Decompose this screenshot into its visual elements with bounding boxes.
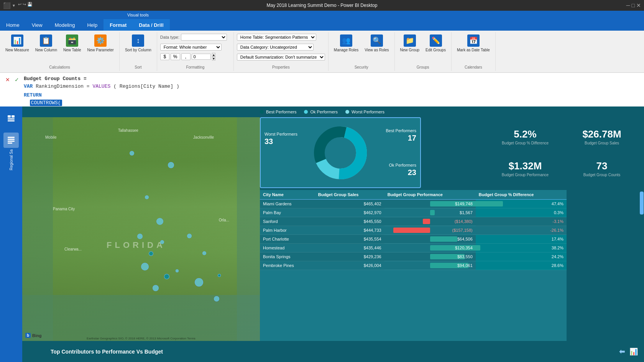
currency-percent[interactable]: % <box>171 53 180 60</box>
summarization-select[interactable]: Default Summarization: Don't summarize <box>237 54 325 61</box>
bottom-bar: Top Contributors to Performance Vs Budge… <box>44 341 644 362</box>
sidebar-regional-label: Regional Sa <box>9 149 13 170</box>
ribbon-groups-buttons: 📁 New Group ✏️ Edit Groups <box>398 33 448 65</box>
formula-line1: VAR RankingDimension = VALUES ( Regions[… <box>24 83 640 90</box>
donut-chart-svg <box>310 122 371 183</box>
cell-city-2: Sanford <box>260 217 315 226</box>
main-area: Best Performers Ok Performers Worst Perf… <box>22 106 644 362</box>
cell-sales-5: $435,446 <box>315 244 384 252</box>
svg-rect-5 <box>8 139 15 140</box>
table-row: Palm Bay$462,970$1,5670.3% <box>260 208 567 217</box>
svg-point-11 <box>325 138 356 168</box>
cell-city-4: Port Charlotte <box>260 235 315 244</box>
ribbon-group-formatting: Data type: Format: Whole number $ % , ▲ … <box>157 32 234 71</box>
ribbon: 📊 New Measure 📋 New Column 🗃️ New Table … <box>0 31 644 73</box>
kpi-budget-pct-diff: 5.2% Budget Group % Difference <box>487 121 564 153</box>
bottom-icon-chart[interactable]: 📊 <box>629 347 638 356</box>
kpi-value-counts: 73 <box>596 160 608 172</box>
btn-sort-by-column[interactable]: ↕️ Sort by Column <box>123 33 154 54</box>
svg-rect-2 <box>8 118 15 120</box>
menu-modeling[interactable]: Modeling <box>49 19 81 31</box>
menu-view[interactable]: View <box>26 19 49 31</box>
kpi-value-pct-diff: 5.2% <box>514 128 536 140</box>
data-table-container[interactable]: City Name Budget Group Sales Budget Grou… <box>260 190 567 341</box>
home-table-row: Home Table: Segmentation Patterns <box>237 33 325 41</box>
ribbon-sort-buttons: ↕️ Sort by Column <box>123 33 154 65</box>
menu-format[interactable]: Format <box>104 19 133 31</box>
table-row: Bonita Springs$429,236$83,55024.2% <box>260 252 567 261</box>
cell-perf-5: $120,354 <box>384 244 476 252</box>
cell-city-1: Palm Bay <box>260 208 315 217</box>
decimal-input[interactable] <box>192 54 211 60</box>
formula-confirm[interactable]: ✓ <box>13 76 21 84</box>
cell-diff-1: 0.3% <box>476 208 567 217</box>
formula-cancel[interactable]: ✕ <box>4 76 12 84</box>
map-land <box>22 117 260 341</box>
menu-help[interactable]: Help <box>81 19 104 31</box>
legend-ok-performers: Ok Performers <box>304 110 338 114</box>
cell-city-7: Pembroke Pines <box>260 261 315 270</box>
properties-label: Properties <box>272 65 290 70</box>
currency-dollar[interactable]: $ <box>160 53 169 60</box>
currency-comma[interactable]: , <box>181 53 191 60</box>
cell-diff-5: 38.2% <box>476 244 567 252</box>
kpi-area: 5.2% Budget Group % Difference $26.78M B… <box>483 117 644 188</box>
data-category-select[interactable]: Data Category: Uncategorized <box>237 44 314 51</box>
decimal-down[interactable]: ▼ <box>212 57 216 61</box>
legend-worst-performers: Worst Performers <box>345 110 384 114</box>
sidebar-icon-report[interactable] <box>2 110 20 128</box>
legend-label-best: Best Performers <box>266 110 296 114</box>
cell-city-6: Bonita Springs <box>260 252 315 261</box>
map-florida-label: FLORIDA <box>107 240 166 250</box>
btn-new-group[interactable]: 📁 New Group <box>398 33 422 54</box>
btn-edit-groups[interactable]: ✏️ Edit Groups <box>423 33 448 54</box>
btn-new-table[interactable]: 🗃️ New Table <box>61 33 84 54</box>
cell-perf-0: $149,748 <box>384 200 476 208</box>
donut-chart-container[interactable]: Worst Performers 33 Best Performers 17 O… <box>260 117 421 188</box>
donut-label-ok: Ok Performers 23 <box>389 163 416 177</box>
decimal-up[interactable]: ▲ <box>212 53 216 57</box>
format-select[interactable]: Format: Whole number <box>160 44 222 51</box>
btn-view-roles[interactable]: 🔍 View as Roles <box>362 33 391 54</box>
sidebar-icon-data[interactable]: Regional Sa <box>2 131 20 172</box>
ribbon-calendars-buttons: 📅 Mark as Date Table <box>455 33 492 65</box>
btn-mark-date-table[interactable]: 📅 Mark as Date Table <box>455 33 492 54</box>
cell-sales-4: $435,554 <box>315 235 384 244</box>
menu-bar: Home View Modeling Help Format Data / Dr… <box>0 19 644 31</box>
map-dot-1 <box>130 151 134 156</box>
menu-home[interactable]: Home <box>0 19 26 31</box>
legend-label-worst: Worst Performers <box>352 110 384 114</box>
map-label-clearwater: Clearwa... <box>64 247 82 251</box>
data-type-select[interactable] <box>181 34 227 41</box>
legend-dot-best <box>260 110 264 114</box>
btn-new-column[interactable]: 📋 New Column <box>33 33 59 54</box>
menu-data-drill[interactable]: Data / Drill <box>133 19 169 31</box>
btn-new-measure[interactable]: 📊 New Measure <box>3 33 31 54</box>
report-icon <box>3 111 19 126</box>
bottom-icon-arrow[interactable]: ⬅ <box>619 347 625 356</box>
donut-label-worst: Worst Performers 33 <box>264 132 297 146</box>
title-bar: ⬛ ▼ ↩ ↪ 💾 May 2018 Learning Summit Demo … <box>0 0 644 11</box>
svg-rect-4 <box>8 137 15 138</box>
kpi-value-sales: $26.78M <box>582 128 621 140</box>
cell-sales-2: $445,550 <box>315 217 384 226</box>
formula-controls: ✕ ✓ <box>4 75 21 84</box>
cell-perf-1: $1,567 <box>384 208 476 217</box>
btn-manage-roles[interactable]: 👥 Manage Roles <box>332 33 361 54</box>
map-container[interactable]: FLORIDA Mobile Tallahassee Jacksonville … <box>22 117 260 341</box>
kpi-value-perf: $1.32M <box>509 160 542 172</box>
svg-rect-3 <box>8 120 15 121</box>
ribbon-security-buttons: 👥 Manage Roles 🔍 View as Roles <box>332 33 391 65</box>
cell-perf-2: ($14,380) <box>384 217 476 226</box>
svg-rect-7 <box>8 143 12 144</box>
home-table-select[interactable]: Home Table: Segmentation Patterns <box>237 34 316 41</box>
cell-sales-0: $465,402 <box>315 200 384 208</box>
scrollbar-thumb[interactable] <box>640 192 644 215</box>
map-dot-8 <box>141 263 149 270</box>
legend-bar: Best Performers Ok Performers Worst Perf… <box>22 106 644 117</box>
ribbon-group-sort: ↕️ Sort by Column Sort <box>120 32 157 71</box>
btn-new-parameter[interactable]: ⚙️ New Parameter <box>85 33 116 54</box>
data-category-row: Data Category: Uncategorized <box>237 43 325 51</box>
table-scrollbar[interactable] <box>639 190 644 341</box>
cell-perf-4: $64,506 <box>384 235 476 244</box>
